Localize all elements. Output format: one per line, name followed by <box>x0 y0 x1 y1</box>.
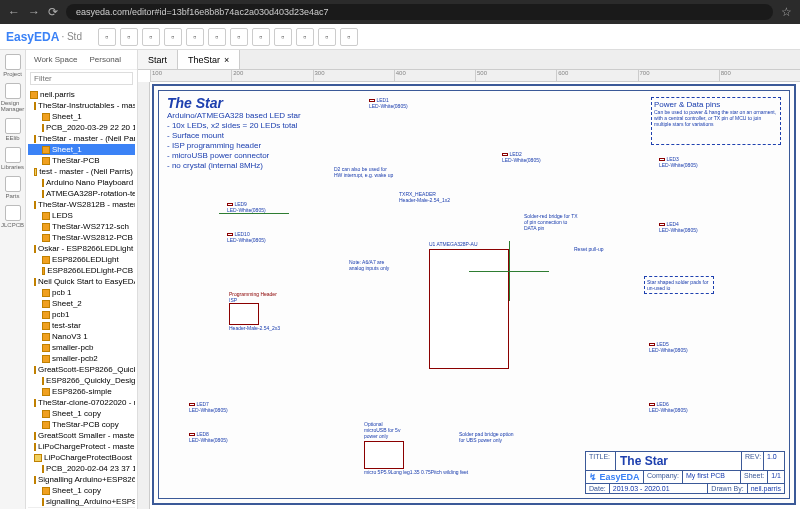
note-d2: D2 can also be used for HW interrupt, e.… <box>334 166 394 178</box>
rail-eelib[interactable]: EElib <box>2 118 24 141</box>
tree-item[interactable]: test - master - (Neil Parris) <box>28 166 135 177</box>
tab-workspace[interactable]: Work Space <box>30 53 81 66</box>
rail-project[interactable]: Project <box>2 54 24 77</box>
note-a6a7: Note: A6/A7 are analog inputs only <box>349 259 394 271</box>
ruler-vertical <box>138 82 150 509</box>
tree-item[interactable]: PCB_2020-03-29 22 20 17 <box>28 122 135 133</box>
tree-item[interactable]: TheStar-Instructables - master - (N <box>28 100 135 111</box>
filter-input[interactable] <box>30 72 133 85</box>
browser-star[interactable]: ☆ <box>781 5 792 19</box>
tree-item[interactable]: Oskar - ESP8266LEDLight <box>28 243 135 254</box>
comp-led2[interactable]: LED2LED-White(0805) <box>502 151 541 163</box>
tree-item[interactable]: TheStar-PCB copy <box>28 419 135 430</box>
more-button[interactable]: ▫ <box>340 28 358 46</box>
schematic-description: Arduino/ATMEGA328 based LED star - 10x L… <box>167 111 301 171</box>
tree-item[interactable]: Sheet_1 copy <box>28 408 135 419</box>
zoom-in-button[interactable]: ▫ <box>186 28 204 46</box>
comp-led8[interactable]: LED8LED-White(0805) <box>189 431 228 443</box>
note-reset: Reset pull-up <box>574 246 603 252</box>
tree-item[interactable]: NanoV3 1 <box>28 331 135 342</box>
comp-led4[interactable]: LED4LED-White(0805) <box>659 221 698 233</box>
note-solder1: Solder-red bridge for TX of pin connecti… <box>524 213 579 231</box>
tree-item[interactable]: Signalling Arduino+ESP8266+SNB <box>28 474 135 485</box>
tree-item[interactable]: GreatScott-ESP8266_Quickly Design <box>28 364 135 375</box>
tree-item[interactable]: Sheet_1 <box>28 111 135 122</box>
logo-edition: · Std <box>61 31 82 42</box>
close-icon[interactable]: × <box>224 55 229 65</box>
tree-item[interactable]: signalling_Arduino+ESP8266+fir <box>28 496 135 507</box>
browser-reload[interactable]: ⟳ <box>48 5 58 19</box>
tree-item[interactable]: pcb1 <box>28 309 135 320</box>
tree-item[interactable]: Sheet_1 copy <box>28 485 135 496</box>
tree-item[interactable]: TheStar-WS2712-sch <box>28 221 135 232</box>
tree-item[interactable]: smaller-pcb2 <box>28 353 135 364</box>
tree-item[interactable]: GreatScott Smaller - master - (Neil <box>28 430 135 441</box>
schematic-sheet[interactable]: The Star Arduino/ATMEGA328 based LED sta… <box>152 84 796 505</box>
redo-button[interactable]: ▫ <box>164 28 182 46</box>
comp-led7[interactable]: LED7LED-White(0805) <box>189 401 228 413</box>
power-data-pins-box: Power & Data pins Can be used to power &… <box>651 97 781 145</box>
rail-libraries[interactable]: Libraries <box>2 147 24 170</box>
note-solder2: Solder pad bridge option for UBS power o… <box>459 431 514 443</box>
tree-item[interactable]: LEDS <box>28 210 135 221</box>
tree-item[interactable]: Sheet_1 <box>28 144 135 155</box>
tree-root[interactable]: neil.parris <box>28 89 135 100</box>
export-button[interactable]: ▫ <box>318 28 336 46</box>
tree-item[interactable]: ESP8266LEDLight-PCB <box>28 265 135 276</box>
logo-text: EasyEDA <box>6 30 59 44</box>
comp-mcu[interactable]: U1 ATMEGA328P-AU <box>429 241 539 369</box>
wire <box>219 213 289 214</box>
tab-thestar[interactable]: TheStar× <box>178 50 240 69</box>
tree-item[interactable]: Neil Quick Start to EasyEDA PCB - mast <box>28 276 135 287</box>
tree-item[interactable]: PCB_2020-02-04 23 37 14 <box>28 463 135 474</box>
grid-button[interactable]: ▫ <box>252 28 270 46</box>
comp-led9[interactable]: LED9LED-White(0805) <box>227 201 266 213</box>
tree-item[interactable]: ESP8266LEDLight <box>28 254 135 265</box>
zoom-out-button[interactable]: ▫ <box>208 28 226 46</box>
tree-item[interactable]: TheStar - master - (Neil Parris) <box>28 133 135 144</box>
browser-back[interactable]: ← <box>8 5 20 19</box>
bom-button[interactable]: ▫ <box>296 28 314 46</box>
tree-item[interactable]: ESP8266-simple <box>28 386 135 397</box>
undo-button[interactable]: ▫ <box>142 28 160 46</box>
title-block: TITLE: The Star REV: 1.0 ↯ EasyEDA Compa… <box>585 451 785 494</box>
tree-item[interactable]: Arduino Nano Playboard <box>28 177 135 188</box>
tab-start[interactable]: Start <box>138 50 178 69</box>
note-star-pads: Star shaped solder pads for un-used io <box>644 276 714 294</box>
save-button[interactable]: ▫ <box>120 28 138 46</box>
tree-item[interactable]: TheStar-clone-07022020 - master <box>28 397 135 408</box>
comp-led1[interactable]: LED1LED-White(0805) <box>369 97 408 109</box>
layer-button[interactable]: ▫ <box>274 28 292 46</box>
tree-item[interactable]: smaller-pcb <box>28 342 135 353</box>
tree-item[interactable]: pcb 1 <box>28 287 135 298</box>
comp-led3[interactable]: LED3LED-White(0805) <box>659 156 698 168</box>
tree-item[interactable]: LiPoChargeProtect - master - (neil <box>28 441 135 452</box>
fit-button[interactable]: ▫ <box>230 28 248 46</box>
rail-parts[interactable]: Parts <box>2 176 24 199</box>
comp-prog-header[interactable]: Programming Header ISP Header-Male-2.54_… <box>229 291 280 331</box>
main-toolbar: ▫▫▫▫▫▫▫▫▫▫▫▫ <box>98 28 358 46</box>
file-button[interactable]: ▫ <box>98 28 116 46</box>
tree-item[interactable]: ESP8266_Quickly_Design <box>28 375 135 386</box>
comp-led6[interactable]: LED6LED-White(0805) <box>649 401 688 413</box>
schematic-title: The Star <box>167 95 223 111</box>
wire <box>509 241 510 301</box>
tree-item[interactable]: TheStar-WS2812-PCB <box>28 232 135 243</box>
tree-item[interactable]: test-star <box>28 320 135 331</box>
browser-url[interactable]: easyeda.com/editor#id=13bf16e8b8b74ac2a0… <box>66 4 773 20</box>
tab-personal[interactable]: Personal <box>85 53 125 66</box>
tree-item[interactable]: ATMEGA328P-rotation-test <box>28 188 135 199</box>
comp-microusb[interactable]: Optional microUSB for 5v power only micr… <box>364 421 468 475</box>
app-logo[interactable]: EasyEDA · Std <box>6 30 82 44</box>
rail-design-manager[interactable]: Design Manager <box>2 83 24 112</box>
tree-item[interactable]: TheStar-PCB <box>28 155 135 166</box>
ruler-horizontal: 100200300400500600700800 <box>150 70 800 82</box>
tree-item[interactable]: TheStar-WS2812B - master <box>28 199 135 210</box>
rail-jlcpcb[interactable]: JLCPCB <box>2 205 24 228</box>
comp-led10[interactable]: LED10LED-White(0805) <box>227 231 266 243</box>
tree-item[interactable]: Sheet_2 <box>28 298 135 309</box>
comp-led5[interactable]: LED5LED-White(0805) <box>649 341 688 353</box>
comp-txrx-header[interactable]: TXRX_HEADER Header-Male-2.54_1x2 <box>399 191 450 203</box>
browser-forward[interactable]: → <box>28 5 40 19</box>
tree-item[interactable]: LiPoChargeProtectBoost <box>28 452 135 463</box>
